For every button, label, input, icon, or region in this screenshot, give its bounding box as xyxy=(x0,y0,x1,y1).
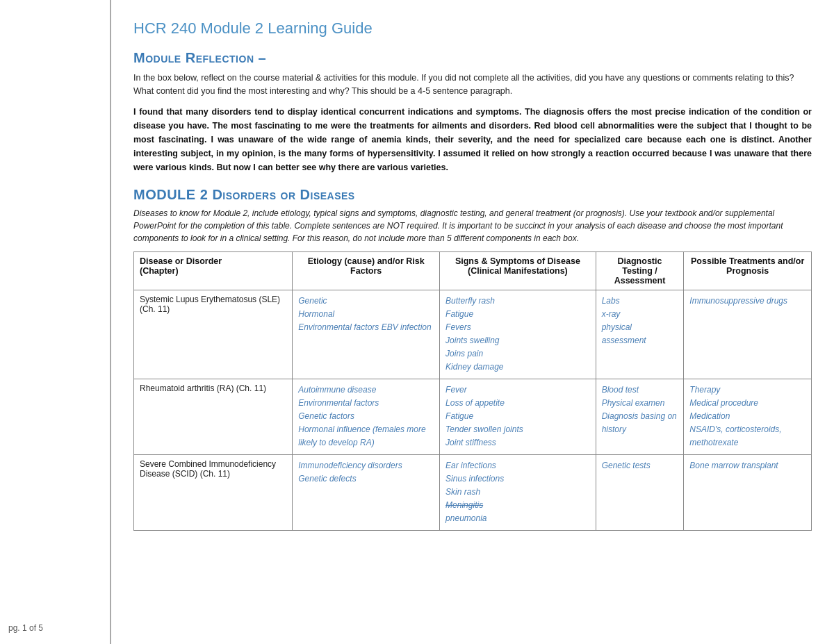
signs-item: Loss of appetite xyxy=(445,397,590,410)
diagnostic-item: x-ray xyxy=(602,308,678,321)
treatment-item: Bone marrow transplant xyxy=(689,459,806,472)
etiology-item: Environmental factors xyxy=(298,397,434,410)
diagnostic-cell: Blood testPhysical examenDiagnosis basin… xyxy=(596,379,684,454)
treatment-item: Medical procedure xyxy=(689,397,806,410)
etiology-item: Genetic defects xyxy=(298,472,434,486)
disease-cell: Systemic Lupus Erythematosus (SLE) (Ch. … xyxy=(134,290,293,379)
signs-cell: Butterfly rashFatigueFeversJoints swelli… xyxy=(440,290,596,379)
signs-item: Ear infections xyxy=(445,459,590,472)
etiology-cell: GeneticHormonalEnvironmental factors EBV… xyxy=(293,290,440,379)
module-reflection-intro: In the box below, reflect on the course … xyxy=(133,72,812,98)
signs-item: Fatigue xyxy=(445,308,590,321)
table-row: Rheumatoid arthritis (RA) (Ch. 11)Autoim… xyxy=(134,379,812,454)
page-footer: pg. 1 of 5 xyxy=(8,623,43,633)
table-intro: Diseases to know for Module 2, include e… xyxy=(133,207,812,245)
signs-item: Skin rash xyxy=(445,486,590,499)
col-header-diagnostic: Diagnostic Testing /Assessment xyxy=(596,251,684,290)
treatments-cell: Immunosuppressive drugs xyxy=(684,290,812,379)
col-header-etiology: Etiology (cause) and/or Risk Factors xyxy=(293,251,440,290)
signs-item: Fever xyxy=(445,383,590,397)
diagnostic-cell: Genetic tests xyxy=(596,454,684,530)
etiology-item: Hormonal influence (females more likely … xyxy=(298,423,434,449)
signs-cell: FeverLoss of appetiteFatigueTender swoll… xyxy=(440,379,596,454)
etiology-item: Genetic xyxy=(298,295,434,308)
signs-item: Fevers xyxy=(445,321,590,334)
diagnostic-item: Labs xyxy=(602,295,678,308)
diseases-table: Disease or Disorder(Chapter) Etiology (c… xyxy=(133,251,812,531)
diagnostic-item: Diagnosis basing on history xyxy=(602,410,678,436)
signs-item: Tender swollen joints xyxy=(445,423,590,436)
signs-item: Butterfly rash xyxy=(445,295,590,308)
treatment-item: Therapy xyxy=(689,383,806,397)
etiology-item: Immunodeficiency disorders xyxy=(298,459,434,472)
signs-cell: Ear infectionsSinus infectionsSkin rashM… xyxy=(440,454,596,530)
signs-item: Joins pain xyxy=(445,347,590,361)
signs-item: Meningitis xyxy=(445,499,590,512)
module2-heading: MODULE 2 Disorders or Diseases xyxy=(133,187,812,203)
table-row: Severe Combined Immunodeficiency Disease… xyxy=(134,454,812,530)
diagnostic-item: Genetic tests xyxy=(602,459,678,472)
page-title: HCR 240 Module 2 Learning Guide xyxy=(133,19,812,38)
diagnostic-cell: Labsx-rayphysical assessment xyxy=(596,290,684,379)
etiology-cell: Immunodeficiency disordersGenetic defect… xyxy=(293,454,440,530)
treatments-cell: TherapyMedical procedureMedicationNSAID'… xyxy=(684,379,812,454)
table-row: Systemic Lupus Erythematosus (SLE) (Ch. … xyxy=(134,290,812,379)
etiology-item: Autoimmune disease xyxy=(298,383,434,397)
signs-item: Kidney damage xyxy=(445,361,590,374)
module-reflection-body: I found that many disorders tend to disp… xyxy=(133,105,812,174)
col-header-treatments: Possible Treatments and/or Prognosis xyxy=(684,251,812,290)
signs-item: Fatigue xyxy=(445,410,590,423)
etiology-cell: Autoimmune diseaseEnvironmental factorsG… xyxy=(293,379,440,454)
treatment-item: Immunosuppressive drugs xyxy=(689,295,806,308)
signs-item: Joint stiffness xyxy=(445,436,590,449)
treatments-cell: Bone marrow transplant xyxy=(684,454,812,530)
treatment-item: NSAID's, corticosteroids, methotrexate xyxy=(689,423,806,449)
module-reflection-heading: Module Reflection – xyxy=(133,50,812,66)
col-header-signs: Signs & Symptoms of Disease (Clinical Ma… xyxy=(440,251,596,290)
signs-item: Sinus infections xyxy=(445,472,590,486)
disease-cell: Rheumatoid arthritis (RA) (Ch. 11) xyxy=(134,379,293,454)
etiology-item: Hormonal xyxy=(298,308,434,321)
disease-cell: Severe Combined Immunodeficiency Disease… xyxy=(134,454,293,530)
signs-item: Joints swelling xyxy=(445,334,590,347)
diagnostic-item: physical assessment xyxy=(602,321,678,347)
etiology-item: Environmental factors EBV infection xyxy=(298,321,434,334)
etiology-item: Genetic factors xyxy=(298,410,434,423)
signs-item: pneumonia xyxy=(445,512,590,525)
diagnostic-item: Blood test xyxy=(602,383,678,397)
col-header-disease: Disease or Disorder(Chapter) xyxy=(134,251,293,290)
treatment-item: Medication xyxy=(689,410,806,423)
diagnostic-item: Physical examen xyxy=(602,397,678,410)
